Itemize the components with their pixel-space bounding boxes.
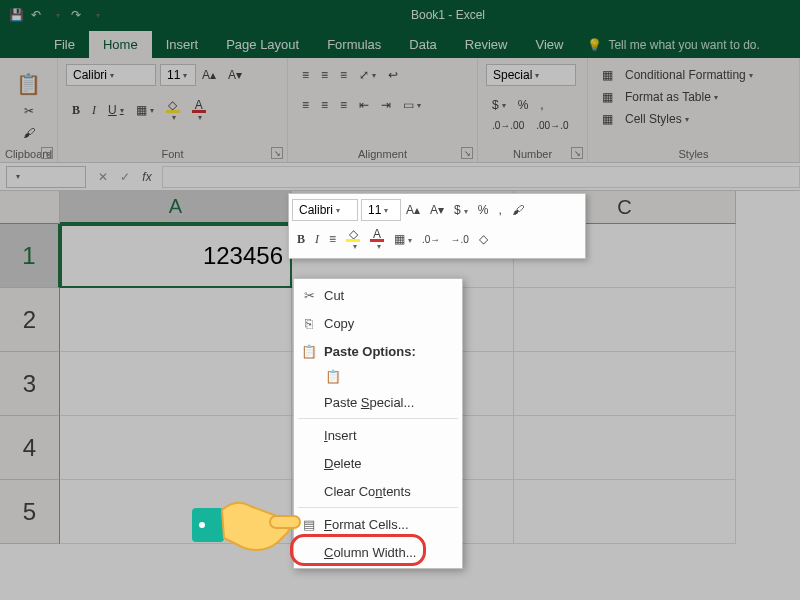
number-launcher[interactable]: ↘ [571,147,583,159]
cm-paste-default[interactable]: 📋 [294,365,462,388]
tab-home[interactable]: Home [89,31,152,58]
tab-formulas[interactable]: Formulas [313,31,395,58]
mini-border-icon[interactable]: ▦ [389,230,417,248]
row-header-3[interactable]: 3 [0,352,60,416]
mini-align-center-icon[interactable]: ≡ [324,230,341,248]
cell-A1[interactable]: 123456 [60,224,292,288]
number-format-combo[interactable]: Special [486,64,576,86]
orientation-icon[interactable]: ⤢ [354,65,381,85]
cm-delete[interactable]: Delete [294,449,462,477]
fill-color-button[interactable]: ◇ [161,95,185,125]
cell-C2[interactable] [514,288,736,352]
mini-clear-format-icon[interactable]: ◇ [474,230,493,248]
increase-indent-icon[interactable]: ⇥ [376,95,396,115]
enter-formula-icon[interactable]: ✓ [114,170,136,184]
cell-C4[interactable] [514,416,736,480]
tab-view[interactable]: View [521,31,577,58]
cm-insert[interactable]: Insert [294,421,462,449]
cell-A3[interactable] [60,352,292,416]
cell-styles-icon[interactable]: ▦ [597,109,618,129]
cut-icon[interactable]: ✂ [19,101,39,121]
mini-format-painter-icon[interactable]: 🖌 [507,201,529,219]
accounting-format-icon[interactable]: $ [487,95,511,115]
format-as-table-icon[interactable]: ▦ [597,87,618,107]
comma-format-icon[interactable]: , [535,95,548,115]
name-box[interactable] [6,166,86,188]
tab-review[interactable]: Review [451,31,522,58]
cm-paste-special[interactable]: Paste Special... [294,388,462,416]
mini-font-combo[interactable]: Calibri [292,199,358,221]
mini-accounting-icon[interactable]: $ [449,201,473,219]
tab-page-layout[interactable]: Page Layout [212,31,313,58]
format-painter-icon[interactable]: 🖌 [18,123,40,143]
percent-format-icon[interactable]: % [513,95,534,115]
underline-button[interactable]: U [103,100,129,120]
undo-icon[interactable]: ↶ [28,7,44,23]
increase-font-icon[interactable]: A▴ [197,65,221,85]
font-size-combo[interactable]: 11 [160,64,196,86]
align-bottom-icon[interactable]: ≡ [335,65,352,85]
align-center-icon[interactable]: ≡ [316,95,333,115]
conditional-formatting-button[interactable]: Conditional Formatting [620,65,758,85]
cell-C5[interactable] [514,480,736,544]
mini-font-color-icon[interactable]: A [365,225,389,253]
cm-clear-contents[interactable]: Clear Contents [294,477,462,505]
cm-copy[interactable]: ⎘Copy [294,309,462,337]
cell-A4[interactable] [60,416,292,480]
mini-percent-icon[interactable]: % [473,201,494,219]
qat-customize-icon[interactable] [88,7,104,23]
conditional-formatting-icon[interactable]: ▦ [597,65,618,85]
formula-input[interactable] [162,166,800,188]
tell-me-search[interactable]: 💡 Tell me what you want to do. [577,32,769,58]
mini-comma-icon[interactable]: , [493,201,506,219]
mini-decrease-decimal-icon[interactable]: →.0 [445,232,473,247]
bold-button[interactable]: B [67,100,85,121]
cancel-formula-icon[interactable]: ✕ [92,170,114,184]
row-header-1[interactable]: 1 [0,224,60,288]
cell-A2[interactable] [60,288,292,352]
cell-C3[interactable] [514,352,736,416]
increase-decimal-icon[interactable]: .0→.00 [487,117,529,134]
undo-dropdown-icon[interactable] [48,7,64,23]
mini-italic-button[interactable]: I [310,230,324,249]
tab-data[interactable]: Data [395,31,450,58]
tab-insert[interactable]: Insert [152,31,213,58]
clipboard-launcher[interactable]: ↘ [41,147,53,159]
mini-bold-button[interactable]: B [292,230,310,249]
font-name-combo[interactable]: Calibri [66,64,156,86]
decrease-decimal-icon[interactable]: .00→.0 [531,117,573,134]
alignment-launcher[interactable]: ↘ [461,147,473,159]
wrap-text-icon[interactable]: ↩ [383,65,403,85]
decrease-indent-icon[interactable]: ⇤ [354,95,374,115]
mini-size-combo[interactable]: 11 [361,199,401,221]
font-color-button[interactable]: A [187,95,211,125]
select-all-corner[interactable] [0,191,60,224]
align-left-icon[interactable]: ≡ [297,95,314,115]
cm-cut[interactable]: ✂Cut [294,281,462,309]
paste-button[interactable]: 📋 [11,69,46,99]
border-button[interactable]: ▦ [131,100,159,120]
align-right-icon[interactable]: ≡ [335,95,352,115]
mini-increase-decimal-icon[interactable]: .0→ [417,232,445,247]
redo-icon[interactable]: ↷ [68,7,84,23]
mini-increase-font-icon[interactable]: A▴ [401,201,425,219]
italic-button[interactable]: I [87,100,101,121]
align-top-icon[interactable]: ≡ [297,65,314,85]
format-as-table-button[interactable]: Format as Table [620,87,723,107]
decrease-font-icon[interactable]: A▾ [223,65,247,85]
align-middle-icon[interactable]: ≡ [316,65,333,85]
row-header-5[interactable]: 5 [0,480,60,544]
tab-file[interactable]: File [40,31,89,58]
mini-fill-color-icon[interactable]: ◇ [341,225,365,253]
insert-function-icon[interactable]: fx [136,170,158,184]
mini-decrease-font-icon[interactable]: A▾ [425,201,449,219]
cm-column-width[interactable]: Column Width... [294,538,462,566]
row-header-4[interactable]: 4 [0,416,60,480]
font-launcher[interactable]: ↘ [271,147,283,159]
row-header-2[interactable]: 2 [0,288,60,352]
cm-format-cells[interactable]: ▤Format Cells... [294,510,462,538]
merge-center-icon[interactable]: ▭ [398,95,426,115]
column-header-A[interactable]: A [60,191,292,224]
cell-styles-button[interactable]: Cell Styles [620,109,694,129]
save-icon[interactable]: 💾 [8,7,24,23]
